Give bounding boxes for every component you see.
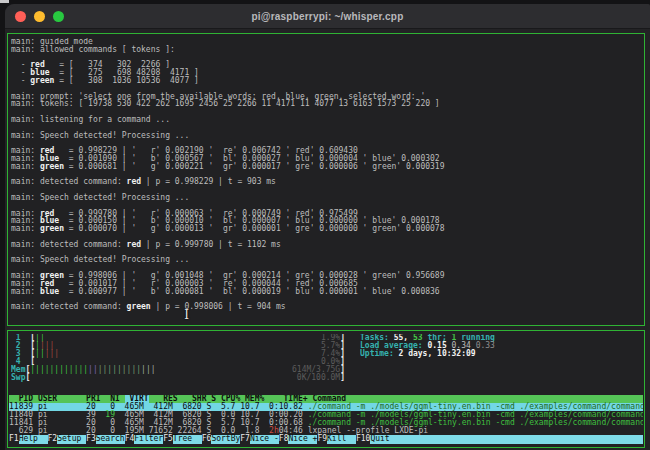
terminal-line: main: detected command: red | p = 0.9982… [11,178,644,186]
terminal-line: main: detected command: red | p = 0.9997… [11,241,644,249]
text-segment: F7 [240,435,250,443]
traffic-lights [5,11,64,22]
summary-line: Uptime: 2 days, 10:32:09 [360,350,642,358]
minimize-button[interactable] [34,11,45,22]
text-segment: F10 [356,435,370,443]
cpu-mem-meter-row: Swp[0K/100.0M] [11,374,345,382]
process-row[interactable]: F1Help F2Setup F3SearchF4FilterF5Tree F6… [9,435,643,443]
text-segment: main: [11,288,40,296]
text-segment: Kill [327,435,356,443]
text-segment [59,350,321,358]
text-segment: = [ 308 1036 10536 4077 ] [54,77,199,85]
text-segment: || [35,350,45,358]
whisper-terminal-pane[interactable]: main: guided modemain: allowed commands … [7,33,645,326]
htop-pane[interactable]: 1 [||1.9%] 2 [||||5.7%] 3 [|||||7.4%] 4 … [7,330,645,448]
text-segment: Help [19,435,48,443]
terminal-line: main: Speech detected! Processing ... [11,194,644,202]
text-segment: red [127,241,141,249]
text-segment: main: tokens: [ 19738 530 422 262 1695 2… [11,100,440,108]
text-segment: green [40,163,64,171]
text-segment: ||| [45,350,59,358]
text-segment: F9 [317,435,327,443]
text-segment: Search [96,435,125,443]
text-segment [54,342,321,350]
terminal-line: main: green = 0.000070 | ' g' 0.000013 '… [11,225,644,233]
text-segment: red [127,178,141,186]
text-segment: Setup [57,435,86,443]
htop-meters: 1 [||1.9%] 2 [||||5.7%] 3 [|||||7.4%] 4 … [11,334,345,383]
text-segment: Quit [370,435,389,443]
text-segment: main: [11,163,40,171]
text-segment: |||||||||||| [30,366,88,374]
text-segment: ||| [141,366,155,374]
text-segment: 0K/100.0M [297,374,340,382]
desktop-corner-artifact [0,0,9,3]
text-segment [30,374,297,382]
terminal-line: main: Speech detected! Processing ... [11,256,644,264]
text-segment: | p = 0.998229 | t = 903 ms [141,178,276,186]
text-segment: Nice - [250,435,279,443]
terminal-line: main: tokens: [ 19738 530 422 262 1695 2… [11,100,644,108]
text-segment: = 0.000977 | ' b' 0.000081 ' bl' 0.00001… [59,288,440,296]
text-segment: main: listening for a command ... [11,116,170,124]
terminal-line: main: Speech detected! Processing ... [11,132,644,140]
text-segment: green [127,303,151,311]
text-segment: SortBy [211,435,240,443]
text-segment: main: allowed commands [ tokens ]: [11,46,175,54]
text-segment: Nice + [288,435,317,443]
mouse-ibeam-cursor: I [182,308,191,322]
cpu-mem-meter-row: 3 [|||||7.4%] [11,350,345,358]
text-segment: - [11,77,30,85]
text-segment: 0.33 [476,342,495,350]
text-segment: F5 [163,435,173,443]
htop-process-table[interactable]: PID USER PRI NI VIRT RES SHR S CPU% MEM%… [9,395,643,447]
text-segment: 2 days, 10:32:09 [399,350,476,358]
text-segment: Filter [134,435,163,443]
text-segment: main: Speech detected! Processing ... [11,194,189,202]
text-segment: F8 [279,435,289,443]
text-segment: ||||||||| [98,366,141,374]
text-segment [156,366,292,374]
terminal-line: - green = [ 308 1036 10536 4077 ] [11,77,644,85]
text-segment: = 0.000070 | ' g' 0.000013 ' gr' 0.00000… [64,225,445,233]
cpu-mem-meter-row: 2 [||||5.7%] [11,342,345,350]
text-segment: | p = 0.999780 | t = 1102 ms [141,241,281,249]
text-segment: main: [11,225,40,233]
text-segment: green [40,225,64,233]
text-segment: F4 [125,435,135,443]
text-segment: || [88,366,98,374]
text-segment: Tree [173,435,202,443]
text-segment: F2 [48,435,58,443]
terminal-line: main: allowed commands [ tokens ]: [11,46,644,54]
text-segment: main: detected command: [11,178,127,186]
text-segment: F1 [9,435,19,443]
text-segment: main: detected command: [11,241,127,249]
text-segment [390,435,643,443]
text-segment: blue [40,288,59,296]
terminal-output: main: guided modemain: allowed commands … [11,38,644,325]
text-segment: Swp [11,374,25,382]
screen: { "window": { "title": "pi@raspberrypi: … [0,0,650,450]
terminal-window: pi@raspberrypi: ~/whisper.cpp main: guid… [5,4,650,450]
cpu-mem-meter-row: 1 [||1.9%] [11,334,345,342]
terminal-line: main: blue = 0.000977 | ' b' 0.000081 ' … [11,288,644,296]
titlebar[interactable]: pi@raspberrypi: ~/whisper.cpp [5,4,650,29]
text-segment [45,334,321,342]
window-title: pi@raspberrypi: ~/whisper.cpp [5,11,650,22]
text-segment: green [30,77,54,85]
zoom-button[interactable] [53,11,64,22]
terminal-line: main: green = 0.000681 | ' g' 0.000221 '… [11,163,644,171]
text-segment: ] [340,374,345,382]
text-segment: main: detected command: [11,303,127,311]
terminal-line: main: detected command: green | p = 0.99… [11,303,644,311]
text-segment: Uptime: [360,350,399,358]
close-button[interactable] [15,11,26,22]
htop-summary: Tasks: 55, 53 thr; 1 runningLoad average… [360,334,642,358]
text-segment: main: Speech detected! Processing ... [11,256,189,264]
text-segment: F3 [86,435,96,443]
text-segment: | p = 0.998006 | t = 904 ms [151,303,286,311]
cpu-mem-meter-row: Mem[||||||||||||||||||||||||||614M/3.75G… [11,366,345,374]
text-segment: F6 [202,435,212,443]
terminal-line: main: listening for a command ... [11,116,644,124]
text-segment: main: Speech detected! Processing ... [11,132,189,140]
